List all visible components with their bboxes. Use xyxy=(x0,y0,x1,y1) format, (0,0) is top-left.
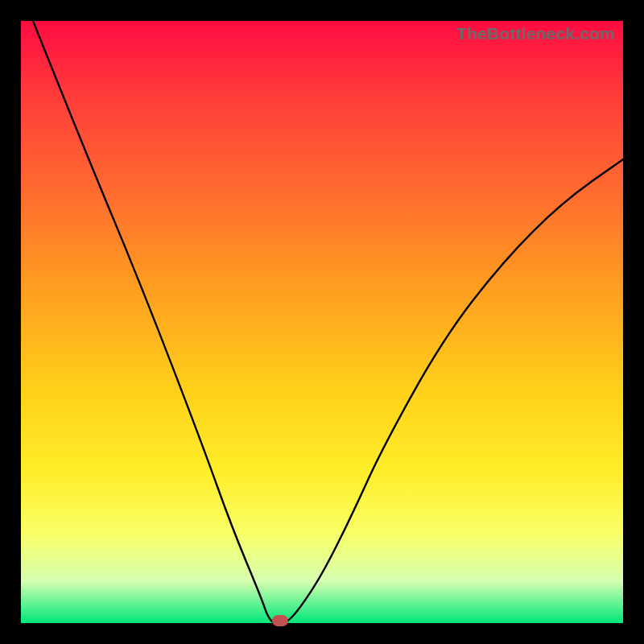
bottleneck-curve xyxy=(21,21,623,623)
optimal-point-marker xyxy=(272,615,288,626)
plot-area: TheBottleneck.com xyxy=(21,21,623,623)
chart-frame: TheBottleneck.com xyxy=(0,0,644,644)
